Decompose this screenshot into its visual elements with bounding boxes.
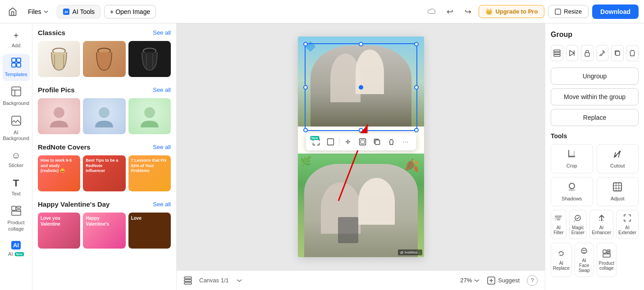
sidebar-item-templates[interactable]: Templates (3, 54, 30, 81)
lock-icon-btn[interactable] (581, 45, 594, 61)
ai-replace-label: AI Replace (553, 261, 570, 271)
pin-icon-btn[interactable] (596, 45, 609, 61)
move-button[interactable]: ✛ (341, 135, 355, 149)
sidebar-item-sticker[interactable]: ☺ Sticker (3, 147, 30, 172)
canvas-outer: 🔷 ⟳ Love (298, 36, 424, 257)
rednote-see-all[interactable]: See all (153, 144, 171, 150)
bottom-photo: 🍂 🌿 @ InsMind... (298, 154, 424, 257)
valentines-see-all[interactable]: See all (153, 201, 171, 208)
cloud-save-button[interactable] (425, 5, 439, 19)
sidebar-item-ai[interactable]: AI AI New (3, 237, 30, 261)
sidebar-item-text[interactable]: T Text (3, 174, 30, 200)
template-item[interactable] (128, 41, 171, 77)
home-button[interactable] (5, 5, 20, 19)
fullscreen-button[interactable]: New (309, 135, 323, 149)
move-within-group-button[interactable]: Move within the group (551, 88, 639, 105)
open-image-button[interactable]: + Open Image (104, 5, 156, 18)
template-item[interactable]: 7 Lessons that Fix 93% of Your Problems (128, 155, 171, 191)
svg-rect-37 (554, 50, 560, 52)
template-item[interactable]: Love you Valentine (38, 213, 80, 249)
help-button[interactable]: ? (527, 275, 538, 286)
upgrade-button[interactable]: 👑 Upgrade to Pro (479, 5, 544, 18)
resize-handle-bl[interactable] (303, 128, 308, 132)
delete-icon-btn[interactable] (626, 45, 639, 61)
layers-icon-btn[interactable] (551, 45, 563, 61)
template-item[interactable] (128, 98, 171, 134)
ai-extender-tool[interactable]: AI Extender (616, 210, 639, 239)
cutout-tool[interactable]: Cutout (597, 144, 639, 173)
template-item[interactable]: Happy Valentine's (83, 213, 125, 249)
ai-tools-button[interactable]: AI AI Tools (57, 5, 101, 18)
magic-eraser-tool[interactable]: Magic Eraser (569, 210, 587, 239)
resize-handle-bm[interactable] (359, 128, 363, 132)
profile-pics-section: Profile Pics See all (38, 86, 171, 134)
resize-handle-mr[interactable] (414, 85, 419, 90)
download-button[interactable]: Download (592, 5, 639, 19)
image-selection (305, 43, 417, 131)
copy-button[interactable] (370, 135, 384, 149)
resize-handle-tl[interactable] (303, 42, 308, 46)
sidebar-item-add[interactable]: + Add (3, 27, 30, 52)
right-panel: Group Ungroup Move within the group (545, 23, 644, 290)
watermark: @ InsMind... (398, 249, 422, 255)
files-menu[interactable]: Files (23, 5, 53, 18)
template-item[interactable] (83, 98, 125, 134)
svg-text:AI: AI (64, 10, 68, 14)
zoom-control[interactable]: 27% (460, 277, 480, 284)
resize-handle-ml[interactable] (303, 85, 308, 90)
redo-button[interactable]: ↪ (461, 5, 475, 19)
frame-button[interactable] (356, 135, 369, 149)
ai-face-swap-icon (580, 247, 588, 257)
shadows-tool[interactable]: Shadows (551, 177, 593, 206)
template-item[interactable]: Best Tips to be a RedNote Influencer (83, 155, 125, 191)
resize-button[interactable]: Resize (548, 5, 589, 18)
svg-point-44 (619, 151, 621, 153)
template-item[interactable] (83, 41, 125, 77)
template-item[interactable]: How to work 9-5 and study (realistic) 😄 (38, 155, 80, 191)
resize-handle-br[interactable] (414, 128, 419, 132)
ai-filter-tool[interactable]: AI Filter (551, 210, 566, 239)
template-item[interactable]: Love (128, 213, 171, 249)
sidebar-item-background[interactable]: Background (3, 83, 30, 110)
profile-pics-grid (38, 98, 171, 134)
sidebar-item-product-collage[interactable]: Product collage (3, 202, 30, 235)
product-collage-icon (603, 249, 611, 259)
delete-button[interactable] (384, 135, 398, 149)
suggest-button[interactable]: Suggest (487, 276, 520, 285)
crop-tool[interactable]: Crop (551, 144, 593, 173)
svg-rect-35 (554, 54, 560, 56)
replace-button[interactable]: Replace (551, 109, 639, 126)
ai-enhancer-tool[interactable]: AI Enhancer (589, 210, 613, 239)
group-icon-row (551, 45, 639, 61)
adjust-tool[interactable]: Adjust (597, 177, 639, 206)
classics-section: Classics See all (38, 29, 171, 77)
more-options-button[interactable]: ··· (399, 135, 412, 149)
template-item[interactable] (38, 41, 80, 77)
ungroup-button[interactable]: Ungroup (551, 68, 639, 85)
text-icon: T (13, 177, 19, 189)
svg-rect-4 (17, 58, 21, 62)
classics-see-all[interactable]: See all (153, 29, 171, 36)
copy-icon-btn[interactable] (611, 45, 624, 61)
product-collage-tool[interactable]: Product collage (597, 243, 617, 277)
rednote-grid: How to work 9-5 and study (realistic) 😄 … (38, 155, 171, 191)
resize-handle-tm[interactable] (359, 42, 363, 46)
new-badge: New (310, 136, 319, 140)
expand-button[interactable] (324, 135, 337, 149)
svg-rect-29 (361, 140, 364, 144)
sidebar-item-ai-background[interactable]: AI Background (3, 112, 30, 145)
layers-button[interactable] (184, 276, 192, 285)
ai-enhancer-label: AI Enhancer (592, 225, 611, 235)
motion-icon-btn[interactable] (566, 45, 579, 61)
resize-handle-tr[interactable] (414, 42, 419, 46)
canvas-workspace[interactable]: 🔷 ⟳ Love (177, 23, 545, 270)
resize-handle-center[interactable] (359, 85, 363, 90)
crop-label: Crop (566, 163, 577, 168)
ai-replace-tool[interactable]: AI Replace (551, 243, 572, 277)
profile-pics-see-all[interactable]: See all (153, 86, 171, 93)
svg-rect-10 (12, 116, 21, 125)
ai-face-swap-tool[interactable]: AI Face Swap (575, 243, 594, 277)
svg-point-45 (569, 183, 575, 189)
template-item[interactable] (38, 98, 80, 134)
undo-button[interactable]: ↩ (443, 5, 457, 19)
